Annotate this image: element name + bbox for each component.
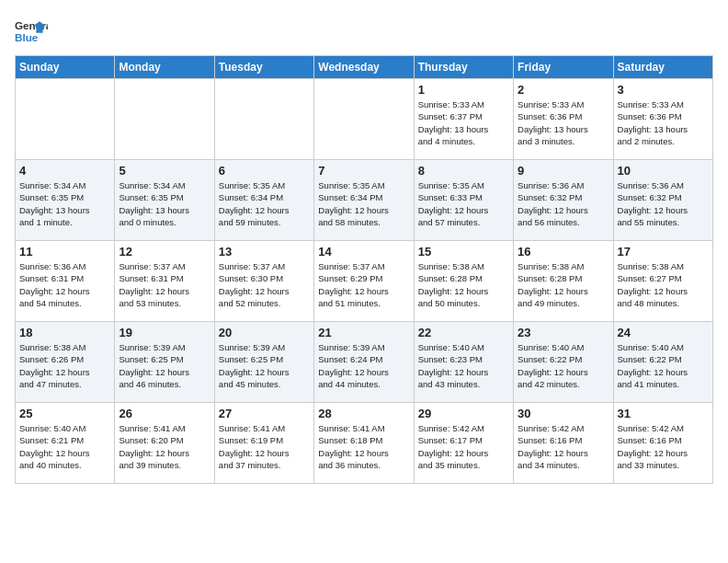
day-number: 19	[119, 326, 210, 339]
day-number: 23	[518, 326, 609, 339]
day-info: Sunrise: 5:40 AM Sunset: 6:23 PM Dayligh…	[418, 341, 509, 390]
day-number: 13	[219, 245, 310, 259]
logo-icon: General Blue	[15, 15, 48, 48]
day-info: Sunrise: 5:35 AM Sunset: 6:34 PM Dayligh…	[219, 179, 310, 228]
day-number: 31	[618, 407, 709, 420]
day-info: Sunrise: 5:42 AM Sunset: 6:16 PM Dayligh…	[618, 422, 709, 471]
calendar-week-row: 18Sunrise: 5:38 AM Sunset: 6:26 PM Dayli…	[16, 322, 713, 403]
day-number: 1	[418, 83, 509, 97]
calendar-cell: 27Sunrise: 5:41 AM Sunset: 6:19 PM Dayli…	[214, 403, 313, 484]
calendar-table: SundayMondayTuesdayWednesdayThursdayFrid…	[15, 55, 713, 484]
calendar-cell: 28Sunrise: 5:41 AM Sunset: 6:18 PM Dayli…	[314, 403, 414, 484]
day-number: 27	[219, 407, 310, 420]
day-number: 6	[219, 164, 310, 178]
calendar-cell: 8Sunrise: 5:35 AM Sunset: 6:33 PM Daylig…	[414, 160, 513, 241]
calendar-cell: 18Sunrise: 5:38 AM Sunset: 6:26 PM Dayli…	[16, 322, 115, 403]
day-header-saturday: Saturday	[613, 56, 712, 79]
page-header: General Blue	[15, 15, 713, 48]
calendar-cell: 24Sunrise: 5:40 AM Sunset: 6:22 PM Dayli…	[613, 322, 712, 403]
day-number: 30	[518, 407, 609, 420]
calendar-cell: 6Sunrise: 5:35 AM Sunset: 6:34 PM Daylig…	[214, 160, 313, 241]
day-number: 18	[19, 326, 110, 339]
day-info: Sunrise: 5:37 AM Sunset: 6:29 PM Dayligh…	[318, 260, 409, 309]
day-info: Sunrise: 5:39 AM Sunset: 6:24 PM Dayligh…	[318, 341, 409, 390]
calendar-cell: 14Sunrise: 5:37 AM Sunset: 6:29 PM Dayli…	[314, 241, 414, 322]
day-info: Sunrise: 5:41 AM Sunset: 6:19 PM Dayligh…	[219, 422, 310, 471]
calendar-body: 1Sunrise: 5:33 AM Sunset: 6:37 PM Daylig…	[16, 79, 713, 484]
calendar-cell: 10Sunrise: 5:36 AM Sunset: 6:32 PM Dayli…	[613, 160, 712, 241]
logo: General Blue	[15, 15, 48, 48]
calendar-cell	[214, 79, 313, 160]
day-info: Sunrise: 5:37 AM Sunset: 6:30 PM Dayligh…	[219, 260, 310, 309]
calendar-cell: 22Sunrise: 5:40 AM Sunset: 6:23 PM Dayli…	[414, 322, 513, 403]
calendar-cell: 5Sunrise: 5:34 AM Sunset: 6:35 PM Daylig…	[115, 160, 214, 241]
day-number: 29	[418, 407, 509, 420]
day-header-friday: Friday	[514, 56, 613, 79]
day-info: Sunrise: 5:40 AM Sunset: 6:22 PM Dayligh…	[518, 341, 609, 390]
day-info: Sunrise: 5:41 AM Sunset: 6:18 PM Dayligh…	[318, 422, 409, 471]
calendar-week-row: 25Sunrise: 5:40 AM Sunset: 6:21 PM Dayli…	[16, 403, 713, 484]
day-number: 12	[119, 245, 210, 259]
calendar-cell: 13Sunrise: 5:37 AM Sunset: 6:30 PM Dayli…	[214, 241, 313, 322]
day-info: Sunrise: 5:37 AM Sunset: 6:31 PM Dayligh…	[119, 260, 210, 309]
day-header-wednesday: Wednesday	[314, 56, 414, 79]
day-info: Sunrise: 5:36 AM Sunset: 6:32 PM Dayligh…	[518, 179, 609, 228]
day-header-thursday: Thursday	[414, 56, 513, 79]
day-number: 4	[19, 164, 110, 178]
day-info: Sunrise: 5:38 AM Sunset: 6:26 PM Dayligh…	[19, 341, 110, 390]
day-info: Sunrise: 5:42 AM Sunset: 6:16 PM Dayligh…	[518, 422, 609, 471]
day-number: 26	[119, 407, 210, 420]
day-info: Sunrise: 5:33 AM Sunset: 6:37 PM Dayligh…	[418, 98, 509, 147]
day-number: 15	[418, 245, 509, 259]
calendar-cell: 15Sunrise: 5:38 AM Sunset: 6:28 PM Dayli…	[414, 241, 513, 322]
day-info: Sunrise: 5:35 AM Sunset: 6:33 PM Dayligh…	[418, 179, 509, 228]
day-info: Sunrise: 5:38 AM Sunset: 6:28 PM Dayligh…	[518, 260, 609, 309]
day-info: Sunrise: 5:35 AM Sunset: 6:34 PM Dayligh…	[318, 179, 409, 228]
calendar-week-row: 1Sunrise: 5:33 AM Sunset: 6:37 PM Daylig…	[16, 79, 713, 160]
day-number: 20	[219, 326, 310, 339]
calendar-cell: 29Sunrise: 5:42 AM Sunset: 6:17 PM Dayli…	[414, 403, 513, 484]
calendar-cell	[16, 79, 115, 160]
svg-text:Blue: Blue	[15, 31, 39, 43]
day-number: 24	[618, 326, 709, 339]
day-info: Sunrise: 5:36 AM Sunset: 6:32 PM Dayligh…	[618, 179, 709, 228]
day-info: Sunrise: 5:34 AM Sunset: 6:35 PM Dayligh…	[19, 179, 110, 228]
calendar-cell: 2Sunrise: 5:33 AM Sunset: 6:36 PM Daylig…	[514, 79, 613, 160]
calendar-cell: 16Sunrise: 5:38 AM Sunset: 6:28 PM Dayli…	[514, 241, 613, 322]
calendar-cell: 11Sunrise: 5:36 AM Sunset: 6:31 PM Dayli…	[16, 241, 115, 322]
day-info: Sunrise: 5:41 AM Sunset: 6:20 PM Dayligh…	[119, 422, 210, 471]
day-number: 8	[418, 164, 509, 178]
calendar-cell: 23Sunrise: 5:40 AM Sunset: 6:22 PM Dayli…	[514, 322, 613, 403]
day-number: 21	[318, 326, 409, 339]
day-number: 22	[418, 326, 509, 339]
day-number: 10	[618, 164, 709, 178]
calendar-cell: 19Sunrise: 5:39 AM Sunset: 6:25 PM Dayli…	[115, 322, 214, 403]
calendar-cell: 21Sunrise: 5:39 AM Sunset: 6:24 PM Dayli…	[314, 322, 414, 403]
day-info: Sunrise: 5:38 AM Sunset: 6:27 PM Dayligh…	[618, 260, 709, 309]
calendar-cell: 25Sunrise: 5:40 AM Sunset: 6:21 PM Dayli…	[16, 403, 115, 484]
day-number: 28	[318, 407, 409, 420]
day-number: 17	[618, 245, 709, 259]
day-number: 7	[318, 164, 409, 178]
day-number: 2	[518, 83, 609, 97]
day-number: 25	[19, 407, 110, 420]
day-number: 3	[618, 83, 709, 97]
calendar-cell: 30Sunrise: 5:42 AM Sunset: 6:16 PM Dayli…	[514, 403, 613, 484]
calendar-cell: 26Sunrise: 5:41 AM Sunset: 6:20 PM Dayli…	[115, 403, 214, 484]
day-number: 14	[318, 245, 409, 259]
calendar-week-row: 4Sunrise: 5:34 AM Sunset: 6:35 PM Daylig…	[16, 160, 713, 241]
calendar-cell: 4Sunrise: 5:34 AM Sunset: 6:35 PM Daylig…	[16, 160, 115, 241]
day-info: Sunrise: 5:42 AM Sunset: 6:17 PM Dayligh…	[418, 422, 509, 471]
day-number: 16	[518, 245, 609, 259]
calendar-cell: 17Sunrise: 5:38 AM Sunset: 6:27 PM Dayli…	[613, 241, 712, 322]
calendar-cell: 31Sunrise: 5:42 AM Sunset: 6:16 PM Dayli…	[613, 403, 712, 484]
calendar-cell: 3Sunrise: 5:33 AM Sunset: 6:36 PM Daylig…	[613, 79, 712, 160]
calendar-cell: 12Sunrise: 5:37 AM Sunset: 6:31 PM Dayli…	[115, 241, 214, 322]
day-info: Sunrise: 5:40 AM Sunset: 6:22 PM Dayligh…	[618, 341, 709, 390]
day-number: 5	[119, 164, 210, 178]
day-info: Sunrise: 5:38 AM Sunset: 6:28 PM Dayligh…	[418, 260, 509, 309]
day-info: Sunrise: 5:36 AM Sunset: 6:31 PM Dayligh…	[19, 260, 110, 309]
calendar-cell	[115, 79, 214, 160]
day-number: 9	[518, 164, 609, 178]
day-info: Sunrise: 5:34 AM Sunset: 6:35 PM Dayligh…	[119, 179, 210, 228]
